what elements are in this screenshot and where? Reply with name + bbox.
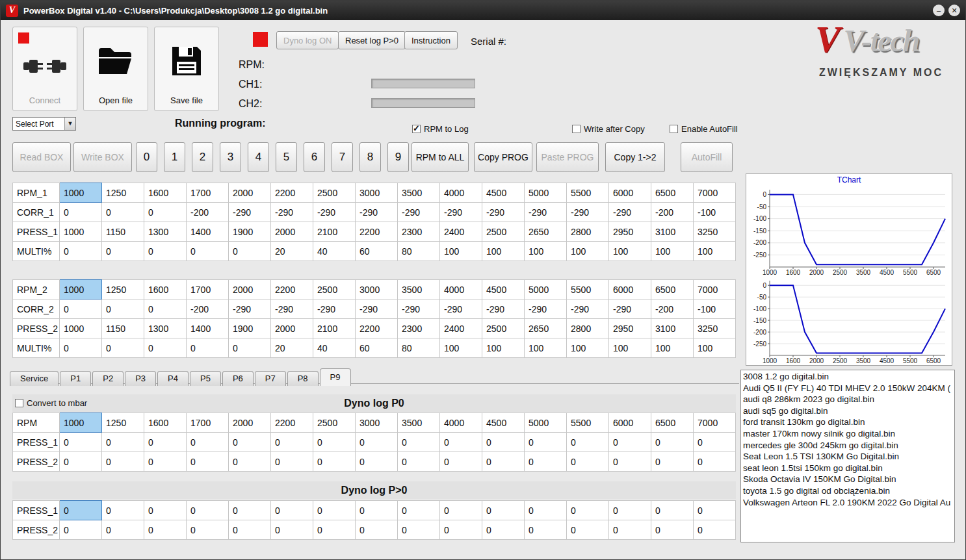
- rpm-to-all-button[interactable]: RPM to ALL: [411, 142, 469, 172]
- cell-multi%-10[interactable]: 100: [482, 242, 525, 261]
- enable-autofill-checkbox[interactable]: Enable AutoFill: [670, 124, 738, 134]
- cell-rpm-13[interactable]: 6000: [609, 413, 651, 433]
- cell-press_2-4[interactable]: 0: [229, 452, 271, 472]
- cell-rpm_1-10[interactable]: 4500: [482, 183, 525, 203]
- cell-rpm-14[interactable]: 6500: [651, 413, 694, 433]
- cell-rpm_2-11[interactable]: 5000: [525, 280, 567, 299]
- cell-press_1-7[interactable]: 2200: [356, 222, 398, 242]
- cell-rpm-12[interactable]: 5500: [567, 413, 609, 433]
- cell-corr_2-8[interactable]: -290: [398, 299, 440, 319]
- cell-press_2-14[interactable]: 0: [651, 452, 694, 472]
- cell-press_2-7[interactable]: 0: [356, 520, 398, 540]
- cell-rpm_1-4[interactable]: 2000: [229, 183, 271, 203]
- chevron-down-icon[interactable]: ▼: [64, 118, 75, 130]
- cell-corr_2-0[interactable]: 0: [60, 299, 102, 319]
- cell-multi%-12[interactable]: 100: [567, 338, 609, 358]
- cell-multi%-11[interactable]: 100: [525, 242, 567, 261]
- cell-rpm-6[interactable]: 2500: [313, 413, 356, 433]
- cell-rpm_2-12[interactable]: 5500: [567, 280, 609, 299]
- cell-multi%-9[interactable]: 100: [440, 242, 482, 261]
- instruction-button[interactable]: Instruction: [404, 31, 458, 49]
- cell-rpm-5[interactable]: 2200: [271, 413, 313, 433]
- cell-press_2-13[interactable]: 0: [609, 520, 651, 540]
- cell-corr_1-9[interactable]: -290: [440, 203, 482, 222]
- cell-multi%-0[interactable]: 0: [60, 242, 102, 261]
- cell-press_1-10[interactable]: 2500: [482, 222, 525, 242]
- cell-multi%-14[interactable]: 100: [651, 242, 694, 261]
- cell-corr_1-8[interactable]: -290: [398, 203, 440, 222]
- cell-press_1-6[interactable]: 0: [313, 433, 356, 452]
- cell-press_2-9[interactable]: 0: [440, 452, 482, 472]
- cell-press_2-2[interactable]: 0: [144, 520, 187, 540]
- reset-log-button[interactable]: Reset log P>0: [338, 31, 406, 49]
- cell-rpm_1-6[interactable]: 2500: [313, 183, 356, 203]
- cell-press_2-0[interactable]: 0: [60, 520, 102, 540]
- connect-button[interactable]: Connect: [12, 27, 77, 111]
- cell-corr_2-9[interactable]: -290: [440, 299, 482, 319]
- cell-rpm_2-9[interactable]: 4000: [440, 280, 482, 299]
- cell-corr_2-1[interactable]: 0: [102, 299, 144, 319]
- cell-press_2-15[interactable]: 3250: [694, 319, 736, 338]
- file-list-item[interactable]: seat leon 1.5tsi 150km go digital.bin: [743, 463, 954, 474]
- cell-rpm_1-9[interactable]: 4000: [440, 183, 482, 203]
- copy-prog-button[interactable]: Copy PROG: [474, 142, 532, 172]
- cell-corr_1-15[interactable]: -100: [694, 203, 736, 222]
- tab-p3[interactable]: P3: [125, 371, 156, 386]
- cell-press_2-10[interactable]: 0: [482, 520, 525, 540]
- cell-multi%-13[interactable]: 100: [609, 242, 651, 261]
- cell-press_1-0[interactable]: 0: [60, 501, 102, 520]
- cell-multi%-15[interactable]: 100: [694, 242, 736, 261]
- cell-press_1-7[interactable]: 0: [356, 433, 398, 452]
- cell-corr_1-11[interactable]: -290: [525, 203, 567, 222]
- cell-press_2-10[interactable]: 2500: [482, 319, 525, 338]
- cell-press_1-12[interactable]: 0: [567, 501, 609, 520]
- file-list-item[interactable]: Skoda Octavia IV 150KM Go Digital.bin: [743, 474, 954, 485]
- convert-to-mbar-checkbox[interactable]: Convert to mbar: [15, 398, 87, 408]
- cell-corr_2-11[interactable]: -290: [525, 299, 567, 319]
- cell-press_1-14[interactable]: 0: [651, 433, 694, 452]
- cell-press_1-4[interactable]: 1900: [229, 222, 271, 242]
- cell-corr_2-15[interactable]: -100: [694, 299, 736, 319]
- cell-rpm_2-7[interactable]: 3000: [356, 280, 398, 299]
- cell-rpm_1-13[interactable]: 6000: [609, 183, 651, 203]
- cell-multi%-2[interactable]: 0: [144, 338, 187, 358]
- cell-multi%-1[interactable]: 0: [102, 338, 144, 358]
- tab-p9[interactable]: P9: [320, 368, 351, 386]
- cell-rpm_2-2[interactable]: 1600: [144, 280, 187, 299]
- cell-press_1-6[interactable]: 0: [313, 501, 356, 520]
- copy-1-to-2-button[interactable]: Copy 1->2: [605, 142, 665, 172]
- cell-multi%-11[interactable]: 100: [525, 338, 567, 358]
- file-list-item[interactable]: Seat Leon 1.5 TSI 130KM Go Digital.bin: [743, 451, 954, 463]
- cell-press_1-13[interactable]: 2950: [609, 222, 651, 242]
- cell-rpm_2-4[interactable]: 2000: [229, 280, 271, 299]
- cell-press_2-11[interactable]: 0: [525, 520, 567, 540]
- cell-press_1-11[interactable]: 0: [525, 501, 567, 520]
- select-port-dropdown[interactable]: Select Port ▼: [12, 117, 76, 131]
- cell-rpm-4[interactable]: 2000: [229, 413, 271, 433]
- tab-p7[interactable]: P7: [255, 371, 286, 386]
- cell-press_1-0[interactable]: 1000: [60, 222, 102, 242]
- cell-rpm-9[interactable]: 4000: [440, 413, 482, 433]
- cell-corr_2-12[interactable]: -290: [567, 299, 609, 319]
- cell-press_2-12[interactable]: 2800: [567, 319, 609, 338]
- cell-press_2-7[interactable]: 2200: [356, 319, 398, 338]
- cell-multi%-3[interactable]: 0: [187, 338, 229, 358]
- cell-corr_2-7[interactable]: -290: [356, 299, 398, 319]
- cell-press_2-8[interactable]: 0: [398, 520, 440, 540]
- cell-multi%-12[interactable]: 100: [567, 242, 609, 261]
- cell-rpm_1-5[interactable]: 2200: [271, 183, 313, 203]
- cell-press_1-6[interactable]: 2100: [313, 222, 356, 242]
- cell-rpm_2-13[interactable]: 6000: [609, 280, 651, 299]
- cell-corr_1-7[interactable]: -290: [356, 203, 398, 222]
- cell-press_2-5[interactable]: 0: [271, 452, 313, 472]
- cell-press_1-15[interactable]: 0: [694, 501, 736, 520]
- digit-button-4[interactable]: 4: [248, 142, 269, 172]
- cell-multi%-5[interactable]: 20: [271, 242, 313, 261]
- checkbox-box[interactable]: [572, 125, 581, 133]
- cell-press_1-4[interactable]: 0: [229, 501, 271, 520]
- cell-rpm-15[interactable]: 7000: [694, 413, 736, 433]
- cell-multi%-7[interactable]: 60: [356, 242, 398, 261]
- cell-press_1-12[interactable]: 0: [567, 433, 609, 452]
- cell-press_1-1[interactable]: 0: [102, 433, 144, 452]
- bin-file-list[interactable]: 3008 1.2 go digital.binAudi Q5 II (FY FL…: [740, 370, 955, 542]
